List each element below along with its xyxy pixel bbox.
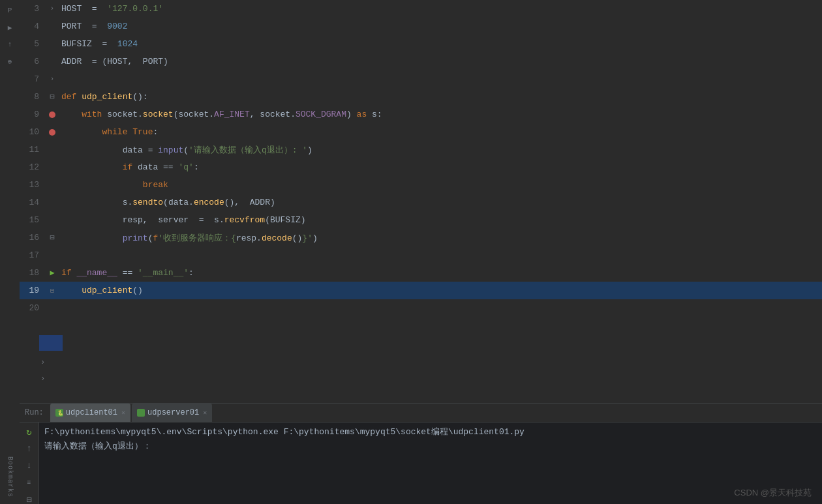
run-tab-name: udpclient01: [66, 408, 117, 417]
terminal-wrapper: ↻ ↑ ↓ ≡ ⊟ ↕ F:\pythonitems\mypyqt5\.env\…: [20, 422, 822, 504]
sidebar-icon-plugins[interactable]: ⊕: [2, 53, 18, 69]
line-number: 18: [20, 268, 46, 278]
line-number: 14: [20, 198, 46, 207]
fold-arrow[interactable]: ›: [50, 5, 54, 12]
svg-rect-2: [138, 409, 144, 416]
line-number: 20: [20, 303, 46, 313]
run-tab-udpclient01[interactable]: 🐍 udpclient01 ✕: [50, 404, 130, 422]
run-tab-udpserver01[interactable]: udpserver01 ✕: [132, 404, 212, 422]
table-row: 19 ⊟ udp_client(): [20, 282, 822, 299]
table-row: 5 BUFSIZ = 1024: [20, 35, 822, 53]
table-row: 16 ⊟ print(f'收到服务器响应：{resp.decode()}'): [20, 229, 822, 246]
sidebar-icon-run[interactable]: ▶: [2, 20, 18, 35]
line-number: 5: [20, 39, 46, 49]
line-content: with socket.socket(socket.AF_INET, socke…: [59, 110, 822, 119]
terminal-line-1: F:\pythonitems\mypyqt5\.env\Scripts\pyth…: [44, 425, 817, 439]
tab-close-icon[interactable]: ✕: [121, 409, 125, 417]
line-gutter: [46, 129, 59, 136]
line-content: data = input('请输入数据（输入q退出）: '): [59, 144, 822, 156]
line-number: 7: [20, 74, 46, 84]
line-content: s.sendto(data.encode(), ADDR): [59, 198, 822, 207]
scroll-up-icon[interactable]: ↑: [23, 442, 36, 455]
scroll-down-icon[interactable]: ↓: [23, 459, 36, 472]
code-editor[interactable]: 3 › HOST = '127.0.0.1' 4 PORT = 9002 5 B…: [20, 0, 822, 403]
line-number: 10: [20, 127, 46, 137]
svg-text:🐍: 🐍: [57, 409, 63, 416]
line-content: if data == 'q':: [59, 162, 822, 172]
scroll-indicator-1[interactable]: ›: [40, 358, 45, 367]
fold-icon[interactable]: ⊟: [50, 233, 54, 243]
sidebar-icon-commit[interactable]: ↑: [2, 37, 18, 52]
table-row: 7 ›: [20, 70, 822, 88]
line-number: 11: [20, 145, 46, 155]
line-content: HOST = '127.0.0.1': [59, 4, 822, 14]
line-content: if __name__ == '__main__':: [59, 268, 822, 278]
line-number: 6: [20, 57, 46, 67]
left-sidebar: P ▶ ↑ ⊕ Bookmarks: [0, 0, 20, 504]
line-content: while True:: [59, 127, 822, 137]
breakpoint[interactable]: [49, 111, 55, 118]
table-row: 14 s.sendto(data.encode(), ADDR): [20, 194, 822, 211]
line-content: print(f'收到服务器响应：{resp.decode()}'): [59, 232, 822, 244]
line-number: 16: [20, 233, 46, 243]
fold-open-icon[interactable]: ⊟: [50, 287, 54, 295]
line-gutter: ›: [46, 5, 59, 12]
run-tab-name-2: udpserver01: [147, 408, 199, 417]
run-tab-icon: 🐍: [55, 409, 63, 417]
line-number: 8: [20, 92, 46, 102]
table-row: 17: [20, 246, 822, 264]
line-content: ADDR = (HOST, PORT): [59, 57, 822, 67]
line-number: 4: [20, 22, 46, 31]
line-number: 15: [20, 215, 46, 225]
bottom-panel: Run: 🐍 udpclient01 ✕ udpserver01 ✕ ↻: [20, 403, 822, 504]
line-gutter: ⊟: [46, 287, 59, 295]
line-content: break: [59, 180, 822, 190]
table-row: 18 ▶ if __name__ == '__main__':: [20, 264, 822, 282]
table-row: 10 while True:: [20, 123, 822, 141]
line-gutter: [46, 111, 59, 118]
run-arrow-icon[interactable]: ▶: [50, 268, 54, 278]
line-content: def udp_client():: [59, 92, 822, 102]
tab-close-icon-2[interactable]: ✕: [203, 409, 207, 417]
scroll-indicator-2[interactable]: ›: [40, 374, 45, 383]
table-row: 3 › HOST = '127.0.0.1': [20, 0, 822, 18]
breakpoint[interactable]: [49, 129, 55, 136]
table-row: 6 ADDR = (HOST, PORT): [20, 53, 822, 70]
line-number: 3: [20, 4, 46, 14]
line-content: PORT = 9002: [59, 22, 822, 31]
editor-area: 3 › HOST = '127.0.0.1' 4 PORT = 9002 5 B…: [20, 0, 822, 504]
line-content: BUFSIZ = 1024: [59, 39, 822, 49]
sidebar-icon-project[interactable]: P: [2, 3, 18, 18]
wrap-icon[interactable]: ≡: [23, 476, 36, 489]
run-tab-icon-2: [137, 409, 145, 417]
fold-arrow[interactable]: ›: [50, 76, 54, 83]
table-row: 12 if data == 'q':: [20, 158, 822, 176]
line-number: 13: [20, 180, 46, 190]
line-content: resp, server = s.recvfrom(BUFSIZ): [59, 215, 822, 225]
selection-highlight: [39, 335, 63, 351]
table-row: 20: [20, 299, 822, 317]
terminal-content[interactable]: F:\pythonitems\mypyqt5\.env\Scripts\pyth…: [39, 422, 822, 504]
watermark: CSDN @景天科技苑: [734, 487, 812, 499]
fold-icon[interactable]: ⊟: [50, 92, 54, 102]
table-row: 9 with socket.socket(socket.AF_INET, soc…: [20, 106, 822, 123]
table-row: 4 PORT = 9002: [20, 18, 822, 35]
table-row: 8 ⊟ def udp_client():: [20, 88, 822, 106]
table-row: 11 data = input('请输入数据（输入q退出）: '): [20, 141, 822, 158]
terminal-line-2: 请输入数据（输入q退出）：: [44, 439, 817, 454]
line-number: 19: [20, 286, 46, 295]
code-lines: 3 › HOST = '127.0.0.1' 4 PORT = 9002 5 B…: [20, 0, 822, 317]
line-number: 17: [20, 250, 46, 260]
filter-icon[interactable]: ⊟: [23, 493, 36, 504]
restart-icon[interactable]: ↻: [23, 425, 36, 438]
line-number: 12: [20, 162, 46, 172]
line-gutter: ›: [46, 76, 59, 83]
line-gutter: ⊟: [46, 233, 59, 243]
sidebar-bookmarks-label: Bookmarks: [7, 456, 14, 497]
line-gutter: ⊟: [46, 92, 59, 102]
line-gutter: ▶: [46, 268, 59, 278]
table-row: 13 break: [20, 176, 822, 194]
run-tabs: Run: 🐍 udpclient01 ✕ udpserver01 ✕: [20, 404, 822, 422]
line-number: 9: [20, 110, 46, 119]
table-row: 15 resp, server = s.recvfrom(BUFSIZ): [20, 211, 822, 229]
